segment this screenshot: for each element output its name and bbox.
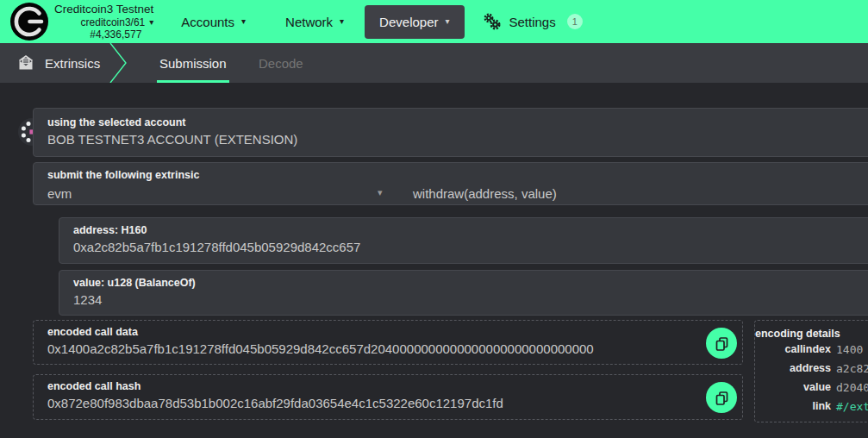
detail-link-label: link xyxy=(767,399,831,414)
section-divider-chevron xyxy=(109,43,128,83)
account-select[interactable]: using the selected account BOB TESTNET3 … xyxy=(33,108,868,157)
detail-value-value: d2040000000000000000000000000000 xyxy=(836,380,868,395)
tab-submission-label: Submission xyxy=(159,56,227,71)
envelope-open-icon xyxy=(17,54,34,72)
encoded-call-data-value: 0x1400a2c82b5a7fb1c191278ffd045b05929d84… xyxy=(34,338,742,356)
pallet-select-value[interactable]: evm xyxy=(47,186,72,201)
tab-bar: Extrinsics Submission Decode xyxy=(0,43,868,83)
nav-item-network[interactable]: Network ▾ xyxy=(285,15,344,29)
network-switcher[interactable]: Creditcoin3 Testnet creditcoin3/61 ▾ #4,… xyxy=(54,3,153,41)
chevron-down-icon: ▾ xyxy=(340,17,344,26)
param-value-field[interactable]: value: u128 (BalanceOf) 1234 xyxy=(59,270,868,316)
creditcoin-logo-icon[interactable] xyxy=(10,3,48,41)
gears-icon xyxy=(482,12,503,31)
detail-address-value: a2c82b5a7fb1c191278ffd045b05929d842cc657 xyxy=(836,361,868,376)
nav-item-accounts[interactable]: Accounts ▾ xyxy=(181,15,246,29)
tab-decode-label: Decode xyxy=(259,56,303,71)
settings-label: Settings xyxy=(509,15,556,29)
chevron-down-icon: ▾ xyxy=(149,18,153,27)
chevron-down-icon: ▾ xyxy=(445,17,449,26)
nav-item-developer[interactable]: Developer ▾ xyxy=(365,5,464,39)
method-select-value[interactable]: withdraw(address, value) xyxy=(413,186,557,201)
detail-callindex-value: 1400 xyxy=(836,342,868,357)
extrinsics-submission-page: using the selected account BOB TESTNET3 … xyxy=(0,83,868,438)
encoding-details-title: encoding details xyxy=(755,321,868,342)
copy-call-data-button[interactable] xyxy=(706,328,737,359)
detail-value-label: value xyxy=(767,380,831,395)
runtime-version: creditcoin3/61 xyxy=(81,16,146,28)
nav-accounts-label: Accounts xyxy=(181,15,234,29)
network-name: Creditcoin3 Testnet xyxy=(54,3,153,16)
param-address-field[interactable]: address: H160 0xa2c82b5a7fb1c191278ffd04… xyxy=(59,217,868,264)
encoded-call-data-label: encoded call data xyxy=(34,321,742,338)
encoded-call-hash: encoded call hash 0x872e80f983dbaa78d53b… xyxy=(33,374,743,420)
account-select-label: using the selected account xyxy=(34,109,868,128)
block-number: #4,336,577 xyxy=(54,28,153,41)
detail-address-label: address xyxy=(767,361,831,376)
tab-decode[interactable]: Decode xyxy=(259,43,303,83)
extrinsic-select-label: submit the following extrinsic xyxy=(34,163,868,181)
copy-icon xyxy=(715,391,729,405)
copy-call-hash-button[interactable] xyxy=(706,382,737,413)
param-value-label: value: u128 (BalanceOf) xyxy=(59,271,868,289)
extrinsic-select: submit the following extrinsic evm ▾ wit… xyxy=(33,162,868,205)
settings-count-badge: 1 xyxy=(567,14,583,29)
detail-callindex-label: callindex xyxy=(767,342,831,357)
account-select-value[interactable]: BOB TESTNET3 ACCOUNT (EXTENSION) xyxy=(34,128,868,147)
top-header: Creditcoin3 Testnet creditcoin3/61 ▾ #4,… xyxy=(0,0,868,43)
section-extrinsics[interactable]: Extrinsics xyxy=(17,43,100,83)
param-address-label: address: H160 xyxy=(59,218,868,236)
nav-developer-label: Developer xyxy=(379,15,438,29)
encoded-call-hash-label: encoded call hash xyxy=(34,375,742,392)
param-address-value[interactable]: 0xa2c82b5a7fb1c191278ffd045b05929d842cc6… xyxy=(59,236,868,254)
nav-item-settings[interactable]: Settings 1 xyxy=(482,12,583,31)
detail-link-value[interactable]: #/extrinsics/decode/0x1400a2c82b5a7fb1c1… xyxy=(836,399,868,414)
section-label: Extrinsics xyxy=(45,56,100,71)
param-value-value[interactable]: 1234 xyxy=(59,289,868,307)
encoding-details-panel: encoding details callindex 1400 address … xyxy=(754,320,868,422)
chevron-down-icon: ▾ xyxy=(241,17,246,26)
copy-icon xyxy=(715,336,729,351)
nav-network-label: Network xyxy=(285,15,333,29)
chevron-down-icon[interactable]: ▾ xyxy=(378,187,383,198)
encoded-call-hash-value: 0x872e80f983dbaa78d53b1b002c16abf29fda03… xyxy=(34,392,742,410)
tab-submission[interactable]: Submission xyxy=(159,43,227,83)
encoded-call-data: encoded call data 0x1400a2c82b5a7fb1c191… xyxy=(33,320,743,365)
